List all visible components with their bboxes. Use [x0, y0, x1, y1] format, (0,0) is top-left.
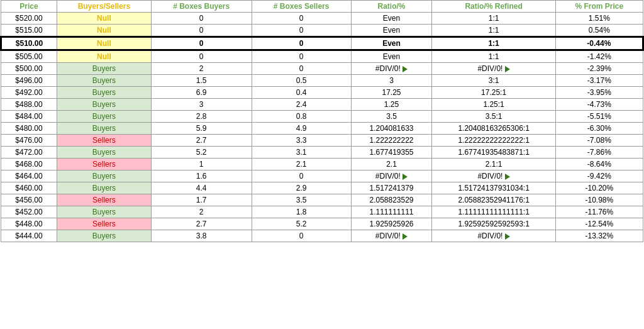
cell-ratio: 1.517241379	[351, 182, 432, 194]
cell-ratio: 3.5	[351, 111, 432, 123]
cell-boxes-buyers: 0	[151, 37, 252, 50]
cell-boxes-buyers: 0	[151, 25, 252, 37]
cell-boxes-sellers: 0.4	[252, 87, 351, 99]
cell-boxes-buyers: 5.2	[151, 147, 252, 159]
cell-price: $464.00	[1, 170, 57, 182]
cell-buyers-sellers: Null	[57, 37, 152, 50]
cell-buyers-sellers: Sellers	[57, 218, 152, 230]
main-table: Price Buyers/Sellers # Boxes Buyers # Bo…	[0, 0, 644, 242]
cell-ratio-refined: 1.25:1	[432, 99, 555, 111]
cell-boxes-buyers: 2	[151, 206, 252, 218]
refined-flag-icon	[505, 174, 510, 180]
cell-price: $480.00	[1, 123, 57, 135]
cell-ratio: 1.677419355	[351, 147, 432, 159]
cell-ratio-refined: 3.5:1	[432, 111, 555, 123]
cell-from-price: -3.95%	[555, 87, 643, 99]
header-boxes-buyers: # Boxes Buyers	[151, 1, 252, 13]
cell-buyers-sellers: Buyers	[57, 123, 152, 135]
cell-boxes-sellers: 0	[252, 13, 351, 25]
cell-ratio-refined: 3:1	[432, 75, 555, 87]
cell-boxes-buyers: 2	[151, 63, 252, 75]
cell-buyers-sellers: Null	[57, 50, 152, 63]
cell-buyers-sellers: Sellers	[57, 159, 152, 170]
cell-ratio: 2.058823529	[351, 194, 432, 206]
cell-price: $476.00	[1, 135, 57, 147]
cell-from-price: -4.73%	[555, 99, 643, 111]
cell-price: $484.00	[1, 111, 57, 123]
cell-buyers-sellers: Sellers	[57, 194, 152, 206]
cell-boxes-buyers: 5.9	[151, 123, 252, 135]
header-from-price: % From Price	[555, 1, 643, 13]
cell-ratio: #DIV/0!	[351, 63, 432, 75]
cell-buyers-sellers: Buyers	[57, 63, 152, 75]
cell-price: $488.00	[1, 99, 57, 111]
ratio-flag-icon	[402, 233, 408, 240]
cell-from-price: -8.64%	[555, 159, 643, 170]
cell-buyers-sellers: Buyers	[57, 75, 152, 87]
cell-from-price: -0.44%	[555, 37, 643, 50]
cell-ratio-refined: #DIV/0!	[432, 170, 555, 182]
cell-ratio-refined: 1.51724137931034:1	[432, 182, 555, 194]
cell-ratio-refined: 1.22222222222222:1	[432, 135, 555, 147]
cell-boxes-sellers: 2.1	[252, 159, 351, 170]
header-buyers-sellers: Buyers/Sellers	[57, 1, 152, 13]
cell-ratio-refined: 2.1:1	[432, 159, 555, 170]
cell-from-price: -2.39%	[555, 63, 643, 75]
cell-price: $500.00	[1, 63, 57, 75]
header-ratio: Ratio/%	[351, 1, 432, 13]
cell-from-price: -10.20%	[555, 182, 643, 194]
cell-boxes-buyers: 0	[151, 50, 252, 63]
cell-ratio: Even	[351, 37, 432, 50]
cell-ratio-refined: #DIV/0!	[432, 63, 555, 75]
cell-ratio-refined: 1:1	[432, 25, 555, 37]
cell-ratio: Even	[351, 50, 432, 63]
cell-price: $505.00	[1, 50, 57, 63]
cell-from-price: -5.51%	[555, 111, 643, 123]
cell-buyers-sellers: Buyers	[57, 206, 152, 218]
cell-price: $444.00	[1, 230, 57, 242]
cell-buyers-sellers: Buyers	[57, 230, 152, 242]
cell-boxes-buyers: 4.4	[151, 182, 252, 194]
cell-boxes-sellers: 0	[252, 63, 351, 75]
cell-ratio-refined: 1.20408163265306:1	[432, 123, 555, 135]
cell-boxes-buyers: 2.7	[151, 218, 252, 230]
ratio-flag-icon	[402, 66, 408, 72]
cell-ratio-refined: 1.67741935483871:1	[432, 147, 555, 159]
cell-boxes-sellers: 5.2	[252, 218, 351, 230]
cell-boxes-buyers: 3	[151, 99, 252, 111]
cell-price: $492.00	[1, 87, 57, 99]
cell-price: $520.00	[1, 13, 57, 25]
cell-ratio: 3	[351, 75, 432, 87]
cell-ratio: Even	[351, 25, 432, 37]
cell-from-price: -6.30%	[555, 123, 643, 135]
cell-boxes-sellers: 3.3	[252, 135, 351, 147]
cell-ratio-refined: 1.11111111111111:1	[432, 206, 555, 218]
cell-from-price: -9.42%	[555, 170, 643, 182]
cell-price: $496.00	[1, 75, 57, 87]
cell-price: $510.00	[1, 37, 57, 50]
cell-from-price: -3.17%	[555, 75, 643, 87]
cell-price: $515.00	[1, 25, 57, 37]
cell-buyers-sellers: Buyers	[57, 87, 152, 99]
cell-ratio-refined: 1:1	[432, 13, 555, 25]
cell-from-price: -12.54%	[555, 218, 643, 230]
cell-ratio-refined: 1.92592592592593:1	[432, 218, 555, 230]
cell-price: $460.00	[1, 182, 57, 194]
cell-from-price: 1.51%	[555, 13, 643, 25]
cell-boxes-buyers: 2.7	[151, 135, 252, 147]
cell-ratio: 2.1	[351, 159, 432, 170]
cell-boxes-sellers: 0.5	[252, 75, 351, 87]
cell-boxes-sellers: 1.8	[252, 206, 351, 218]
cell-boxes-buyers: 0	[151, 13, 252, 25]
cell-ratio: 1.25	[351, 99, 432, 111]
cell-boxes-buyers: 2.8	[151, 111, 252, 123]
cell-ratio: 1.204081633	[351, 123, 432, 135]
cell-buyers-sellers: Buyers	[57, 111, 152, 123]
cell-boxes-buyers: 1	[151, 159, 252, 170]
cell-ratio: 1.925925926	[351, 218, 432, 230]
cell-buyers-sellers: Buyers	[57, 99, 152, 111]
cell-ratio: 17.25	[351, 87, 432, 99]
cell-from-price: -1.42%	[555, 50, 643, 63]
cell-ratio: 1.111111111	[351, 206, 432, 218]
cell-from-price: -11.76%	[555, 206, 643, 218]
